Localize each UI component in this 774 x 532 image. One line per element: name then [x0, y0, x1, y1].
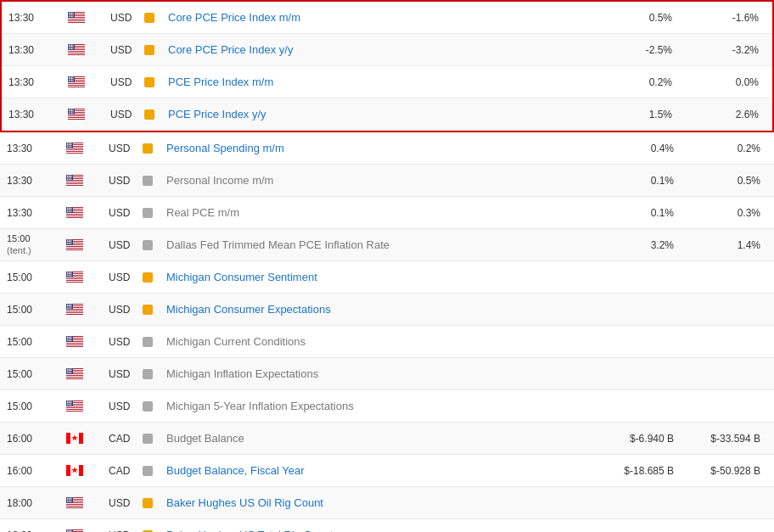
svg-rect-313 — [66, 433, 70, 444]
svg-point-188 — [67, 244, 68, 244]
svg-point-40 — [69, 47, 70, 48]
svg-rect-54 — [68, 86, 85, 87]
event-name[interactable]: Baker Hughes US Total Rig Count — [160, 529, 597, 532]
svg-point-182 — [70, 241, 70, 242]
event-name[interactable]: Personal Income m/m — [160, 174, 597, 187]
high-impact-icon — [143, 272, 153, 283]
event-name[interactable]: Core PCE Price Index m/m — [161, 11, 596, 24]
currency-label: USD — [109, 497, 143, 509]
svg-point-305 — [68, 403, 69, 404]
medium-impact-icon — [143, 240, 153, 250]
svg-point-337 — [68, 500, 69, 501]
svg-point-301 — [68, 402, 69, 403]
country-flag — [66, 175, 109, 186]
svg-point-335 — [70, 499, 71, 500]
event-time: 13:30 — [8, 44, 68, 56]
country-flag — [66, 400, 109, 412]
event-name[interactable]: PCE Price Index y/y — [161, 108, 596, 120]
event-name[interactable]: Budget Balance, Fiscal Year — [160, 464, 597, 477]
svg-point-339 — [70, 500, 71, 501]
impact-indicator — [144, 77, 161, 87]
svg-point-255 — [70, 338, 71, 339]
impact-indicator — [144, 109, 161, 120]
svg-point-67 — [72, 79, 73, 80]
svg-rect-173 — [66, 247, 83, 248]
svg-point-281 — [68, 371, 69, 372]
svg-point-334 — [70, 499, 70, 500]
event-name[interactable]: Core PCE Price Index y/y — [161, 43, 596, 56]
event-name[interactable]: Michigan Consumer Expectations — [160, 303, 597, 316]
svg-point-177 — [68, 240, 69, 241]
svg-point-43 — [72, 47, 73, 48]
svg-point-309 — [68, 405, 69, 406]
currency-label: USD — [109, 368, 143, 380]
medium-impact-icon — [143, 208, 153, 218]
svg-point-81 — [70, 109, 70, 110]
svg-point-300 — [67, 402, 68, 403]
svg-point-340 — [67, 501, 68, 502]
svg-point-191 — [70, 244, 71, 244]
svg-point-205 — [68, 273, 69, 274]
svg-point-306 — [70, 403, 70, 404]
svg-point-238 — [70, 308, 70, 309]
table-row: 15:00 USDMichigan Inflation Expectations — [0, 358, 774, 390]
svg-point-42 — [71, 47, 72, 48]
event-name[interactable]: Michigan Current Conditions — [160, 335, 597, 348]
currency-label: USD — [110, 44, 144, 56]
svg-rect-246 — [66, 345, 83, 346]
event-name[interactable]: PCE Price Index m/m — [161, 76, 596, 88]
actual-value: 0.2% — [596, 76, 681, 88]
event-time: 16:00 — [7, 465, 66, 477]
event-name[interactable]: Personal Spending m/m — [160, 142, 597, 154]
svg-point-280 — [67, 371, 68, 372]
svg-rect-172 — [66, 245, 83, 246]
svg-point-204 — [67, 273, 68, 274]
svg-point-239 — [70, 308, 71, 309]
svg-rect-325 — [66, 505, 83, 506]
forecast-value: -1.6% — [681, 12, 766, 24]
event-time: 13:30 — [7, 175, 66, 187]
event-name[interactable]: Michigan 5-Year Inflation Expectations — [160, 400, 597, 412]
event-name[interactable]: Michigan Inflation Expectations — [160, 367, 597, 380]
svg-point-260 — [67, 340, 68, 341]
svg-point-303 — [70, 402, 71, 403]
svg-point-341 — [68, 501, 69, 502]
svg-point-211 — [70, 274, 71, 275]
svg-point-257 — [68, 339, 69, 339]
svg-point-86 — [71, 110, 72, 111]
currency-label: USD — [109, 529, 143, 533]
forecast-value: 2.6% — [681, 109, 766, 120]
svg-point-22 — [71, 16, 72, 17]
svg-point-304 — [67, 403, 68, 404]
medium-impact-icon — [143, 369, 153, 379]
svg-point-278 — [70, 370, 70, 371]
svg-point-32 — [69, 45, 70, 46]
event-name[interactable]: Michigan Consumer Sentiment — [160, 271, 597, 283]
svg-point-224 — [67, 305, 68, 305]
event-name[interactable]: Real PCE m/m — [160, 206, 597, 219]
svg-rect-293 — [66, 408, 83, 409]
actual-value: 0.1% — [597, 207, 682, 219]
event-name[interactable]: Budget Balance — [160, 432, 597, 445]
event-name[interactable]: Dallas Fed Trimmed Mean PCE Inflation Ra… — [160, 238, 597, 251]
svg-point-134 — [70, 176, 70, 177]
svg-point-276 — [67, 370, 68, 371]
event-time: 13:30 — [7, 143, 66, 154]
high-impact-icon — [144, 13, 154, 23]
event-time: 15:00 — [7, 400, 66, 412]
svg-rect-244 — [66, 342, 83, 343]
svg-point-8 — [69, 13, 70, 14]
svg-point-23 — [72, 16, 73, 17]
svg-point-187 — [70, 242, 71, 243]
event-name[interactable]: Baker Hughes US Oil Rig Count — [160, 496, 597, 509]
svg-point-178 — [70, 240, 70, 241]
svg-point-153 — [68, 208, 69, 209]
impact-indicator — [144, 45, 161, 55]
svg-rect-149 — [66, 215, 83, 216]
svg-point-65 — [70, 79, 70, 80]
svg-rect-52 — [68, 82, 85, 83]
svg-point-333 — [68, 499, 69, 500]
svg-point-297 — [68, 401, 69, 402]
svg-point-37 — [70, 46, 70, 47]
svg-rect-101 — [66, 150, 83, 151]
